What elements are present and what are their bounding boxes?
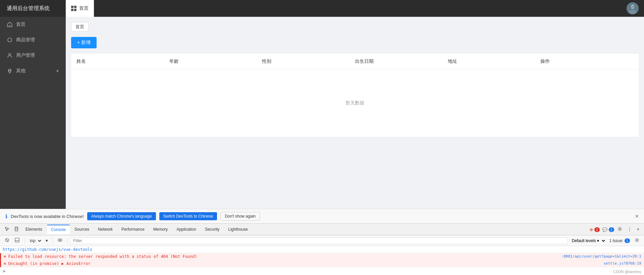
devtools-panel: Elements Console Sources Network Perform… <box>0 223 644 275</box>
dont-show-again-button[interactable]: Don't show again <box>220 212 260 221</box>
main-area: 首页 商品管理 用户管理 <box>0 17 644 209</box>
add-button[interactable]: + 新增 <box>71 37 97 48</box>
error-source-2[interactable]: settle.js?8768:19 <box>603 261 641 266</box>
sidebar-label-other: 其他 <box>16 68 25 74</box>
tab-sources[interactable]: Sources <box>70 225 93 234</box>
tab-application[interactable]: Application <box>172 225 200 234</box>
info-icon: ℹ <box>5 213 7 220</box>
sidebar-item-home[interactable]: 首页 <box>0 17 66 32</box>
tab-security[interactable]: Security <box>201 225 223 234</box>
error-text-1: Failed to load resource: the server resp… <box>8 254 197 259</box>
tab-network[interactable]: Network <box>94 225 117 234</box>
content-area: 首页 + 新增 姓名 年龄 性别 出生日期 地址 操作 暂无数据 <box>66 17 644 209</box>
context-select[interactable]: top <box>27 237 42 244</box>
toolbar-divider <box>24 238 24 244</box>
sidebar: 首页 商品管理 用户管理 <box>0 17 66 209</box>
eye-button[interactable] <box>56 237 64 244</box>
tab-elements[interactable]: Elements <box>21 225 46 234</box>
user-icon <box>7 52 13 58</box>
devtools-settings-button[interactable] <box>615 225 624 234</box>
notice-text: DevTools is now available in Chinese! <box>11 214 84 219</box>
sidebar-item-other[interactable]: 其他 ∨ <box>0 63 66 79</box>
col-gender: 性别 <box>262 58 355 64</box>
col-action: 操作 <box>540 58 633 64</box>
home-icon <box>7 21 13 28</box>
sidebar-item-user[interactable]: 用户管理 <box>0 48 66 63</box>
error-text-2: Uncaught (in promise) ▶ AxiosError <box>8 261 91 266</box>
user-avatar[interactable] <box>627 2 639 14</box>
console-prompt[interactable]: > <box>0 267 644 275</box>
error-icon-2: ⊗ <box>4 261 6 266</box>
error-source-1[interactable]: :8081/api/user/get?page=1&limit=20:1 <box>561 254 641 259</box>
switch-chinese-button[interactable]: Switch DevTools to Chinese <box>159 212 217 220</box>
svg-point-2 <box>629 10 636 14</box>
notice-close-button[interactable]: × <box>635 213 639 220</box>
console-row-error-1: ⊗ Failed to load resource: the server re… <box>0 253 644 260</box>
tab-lighthouse[interactable]: Lighthouse <box>224 225 252 234</box>
svg-point-11 <box>619 228 621 230</box>
tab-console[interactable]: Console <box>47 225 70 234</box>
svg-point-6 <box>8 38 12 42</box>
console-row-error-2: ⊗ Uncaught (in promise) ▶ AxiosError set… <box>0 260 644 267</box>
svg-rect-10 <box>15 227 17 230</box>
toggle-bottom-button[interactable] <box>13 237 21 244</box>
devtools-tab-actions: ⊗ 2 💬 1 ⋮ × <box>590 225 641 234</box>
app-shell: 通用后台管理系统 首页 <box>0 0 644 275</box>
goods-icon <box>7 37 13 43</box>
col-dob: 出生日期 <box>355 58 448 64</box>
prompt-arrow: > <box>3 269 5 274</box>
tab-performance[interactable]: Performance <box>117 225 149 234</box>
breadcrumb: 首页 <box>71 22 639 32</box>
top-bar: 通用后台管理系统 首页 <box>0 0 644 17</box>
table-empty-text: 暂无数据 <box>71 70 639 137</box>
svg-point-7 <box>9 53 11 55</box>
device-mode-button[interactable] <box>12 225 21 234</box>
location-icon <box>7 68 13 74</box>
col-age: 年龄 <box>169 58 262 64</box>
context-dropdown-button[interactable]: ▾ <box>44 237 50 244</box>
levels-select[interactable]: Default levels ▾ <box>569 237 606 244</box>
devtools-tabs: Elements Console Sources Network Perform… <box>0 224 644 235</box>
grid-icon <box>71 6 76 11</box>
error-badge: ⊗ 2 <box>590 227 600 232</box>
app-logo: 通用后台管理系统 <box>0 5 66 12</box>
tab-memory[interactable]: Memory <box>149 225 172 234</box>
sidebar-label-goods: 商品管理 <box>16 37 35 43</box>
svg-point-16 <box>58 239 62 241</box>
error-icon: ⊗ <box>4 254 6 259</box>
svg-line-13 <box>6 239 8 241</box>
msg-badge: 💬 1 <box>602 227 614 232</box>
svg-rect-14 <box>15 238 19 242</box>
svg-point-18 <box>636 239 638 241</box>
toolbar-divider-2 <box>53 238 53 244</box>
devtools-toolbar: top ▾ Default levels ▾ 1 Issue: 1 <box>0 235 644 246</box>
devtools-more-button[interactable]: ⋮ <box>626 226 634 233</box>
sidebar-label-user: 用户管理 <box>16 52 35 58</box>
sidebar-label-home: 首页 <box>16 21 25 28</box>
console-row: https://github.com/vuejs/vue-devtools <box>0 246 644 253</box>
avatar <box>627 2 639 14</box>
console-link[interactable]: https://github.com/vuejs/vue-devtools <box>3 247 92 252</box>
settings-gear-button[interactable] <box>633 237 641 244</box>
breadcrumb-home: 首页 <box>71 22 89 32</box>
col-name: 姓名 <box>76 58 169 64</box>
sidebar-item-goods[interactable]: 商品管理 <box>0 32 66 48</box>
top-tab-label: 首页 <box>79 5 89 11</box>
col-address: 地址 <box>448 58 541 64</box>
svg-point-17 <box>59 239 61 241</box>
table-header: 姓名 年龄 性别 出生日期 地址 操作 <box>71 54 639 70</box>
toolbar-divider-3 <box>67 238 67 244</box>
devtools-close-button[interactable]: × <box>635 226 641 233</box>
clear-console-button[interactable] <box>3 237 11 244</box>
devtools-notice-bar: ℹ DevTools is now available in Chinese! … <box>0 209 644 223</box>
devtools-console: https://github.com/vuejs/vue-devtools ⊗ … <box>0 246 644 275</box>
data-table: 姓名 年龄 性别 出生日期 地址 操作 暂无数据 <box>71 54 639 137</box>
csdn-watermark: CSDN @karshey <box>613 270 641 274</box>
chevron-down-icon: ∨ <box>56 68 59 73</box>
page-content: 首页 + 新增 姓名 年龄 性别 出生日期 地址 操作 暂无数据 <box>66 17 644 142</box>
match-language-button[interactable]: Always match Chrome's language <box>87 212 156 220</box>
top-tab[interactable]: 首页 <box>66 0 94 17</box>
filter-input[interactable] <box>70 237 568 244</box>
inspect-cursor-button[interactable] <box>3 225 11 234</box>
issue-label: 1 Issue: 1 <box>609 238 630 243</box>
